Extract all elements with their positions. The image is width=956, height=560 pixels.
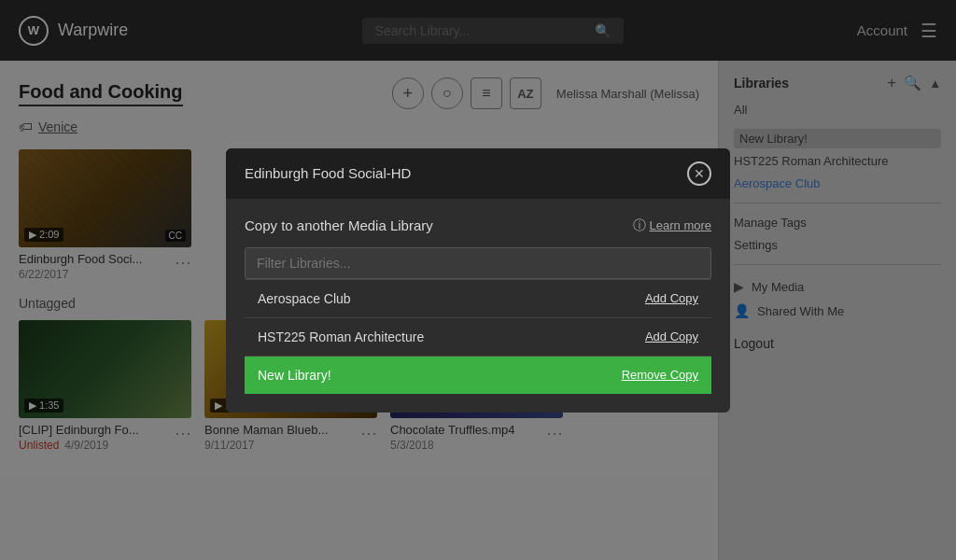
learn-more-link[interactable]: ⓘ Learn more: [633, 217, 711, 234]
library-row-hst: HST225 Roman Architecture Add Copy: [245, 317, 711, 356]
modal-body: Copy to another Media Library ⓘ Learn mo…: [226, 199, 730, 413]
library-list: Aerospace Club Add Copy HST225 Roman Arc…: [245, 279, 711, 394]
remove-copy-button[interactable]: Remove Copy: [622, 368, 698, 382]
library-name: Aerospace Club: [258, 291, 351, 306]
add-copy-hst-button[interactable]: Add Copy: [645, 329, 698, 343]
modal-copy-title: Copy to another Media Library: [245, 217, 433, 233]
library-name-active: New Library!: [258, 368, 331, 383]
modal-overlay: Edinburgh Food Social-HD ✕ Copy to anoth…: [0, 0, 956, 560]
library-row-new: New Library! Remove Copy: [245, 356, 711, 394]
modal: Edinburgh Food Social-HD ✕ Copy to anoth…: [226, 148, 730, 413]
add-copy-aerospace-button[interactable]: Add Copy: [645, 291, 698, 305]
modal-header: Edinburgh Food Social-HD ✕: [226, 148, 730, 199]
modal-close-button[interactable]: ✕: [687, 161, 711, 186]
modal-title: Edinburgh Food Social-HD: [245, 165, 411, 181]
filter-libraries-input[interactable]: [245, 247, 711, 279]
learn-more-text[interactable]: Learn more: [650, 218, 711, 232]
library-row-aerospace: Aerospace Club Add Copy: [245, 279, 711, 317]
library-name: HST225 Roman Architecture: [258, 329, 424, 344]
help-icon: ⓘ: [633, 217, 646, 234]
